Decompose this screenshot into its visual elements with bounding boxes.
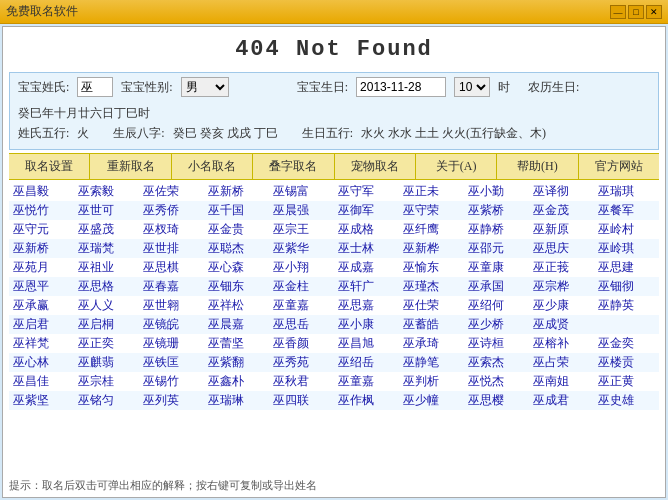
name-cell[interactable]: 巫承赢: [9, 296, 74, 315]
name-cell[interactable]: 巫思棋: [139, 258, 204, 277]
name-cell[interactable]: 巫承琦: [399, 334, 464, 353]
name-cell[interactable]: 巫世排: [139, 239, 204, 258]
name-cell[interactable]: 巫钿彻: [594, 277, 659, 296]
name-cell[interactable]: 巫正奕: [74, 334, 139, 353]
name-cell[interactable]: 巫成嘉: [334, 258, 399, 277]
name-cell[interactable]: 巫新桥: [9, 239, 74, 258]
name-cell[interactable]: 巫千国: [204, 201, 269, 220]
name-cell[interactable]: 巫守军: [334, 182, 399, 201]
name-cell[interactable]: 巫新桦: [399, 239, 464, 258]
name-cell[interactable]: 巫宗桂: [74, 372, 139, 391]
name-cell[interactable]: 巫杈琦: [139, 220, 204, 239]
name-cell[interactable]: 巫少康: [529, 296, 594, 315]
name-cell[interactable]: 巫悦竹: [9, 201, 74, 220]
name-cell[interactable]: 巫思嘉: [334, 296, 399, 315]
name-cell[interactable]: 巫列英: [139, 391, 204, 410]
toolbar-btn-4[interactable]: 宠物取名: [335, 154, 416, 179]
name-cell[interactable]: 巫秋君: [269, 372, 334, 391]
name-cell[interactable]: 巫译彻: [529, 182, 594, 201]
name-cell[interactable]: 巫守荣: [399, 201, 464, 220]
name-cell[interactable]: 巫新原: [529, 220, 594, 239]
name-cell[interactable]: 巫成格: [334, 220, 399, 239]
name-cell[interactable]: 巫占荣: [529, 353, 594, 372]
name-cell[interactable]: 巫承国: [464, 277, 529, 296]
name-cell[interactable]: 巫愉东: [399, 258, 464, 277]
name-cell[interactable]: 巫春嘉: [139, 277, 204, 296]
name-cell[interactable]: 巫宗王: [269, 220, 334, 239]
name-cell[interactable]: 巫轩广: [334, 277, 399, 296]
name-cell[interactable]: 巫锡富: [269, 182, 334, 201]
name-cell[interactable]: 巫静桥: [464, 220, 529, 239]
name-cell[interactable]: 巫童嘉: [269, 296, 334, 315]
name-cell[interactable]: 巫佐荣: [139, 182, 204, 201]
name-cell[interactable]: 巫金贵: [204, 220, 269, 239]
name-cell[interactable]: 巫正黄: [594, 372, 659, 391]
name-cell[interactable]: 巫祥松: [204, 296, 269, 315]
name-cell[interactable]: 巫紫华: [269, 239, 334, 258]
name-cell[interactable]: 巫盛茂: [74, 220, 139, 239]
name-cell[interactable]: 巫思庆: [529, 239, 594, 258]
name-cell[interactable]: 巫思樱: [464, 391, 529, 410]
name-cell[interactable]: 巫少幢: [399, 391, 464, 410]
name-cell[interactable]: 巫瑞琪: [594, 182, 659, 201]
name-cell[interactable]: 巫秀苑: [269, 353, 334, 372]
title-bar-controls[interactable]: — □ ✕: [610, 5, 662, 19]
name-cell[interactable]: 巫正未: [399, 182, 464, 201]
name-cell[interactable]: 巫紫坚: [9, 391, 74, 410]
name-cell[interactable]: 巫金奕: [594, 334, 659, 353]
name-cell[interactable]: 巫祖业: [74, 258, 139, 277]
name-cell[interactable]: 巫金茂: [529, 201, 594, 220]
name-cell[interactable]: 巫麒翡: [74, 353, 139, 372]
name-cell[interactable]: 巫世可: [74, 201, 139, 220]
name-cell[interactable]: 巫昌佳: [9, 372, 74, 391]
name-cell[interactable]: 巫恩平: [9, 277, 74, 296]
name-cell[interactable]: 巫思建: [594, 258, 659, 277]
minimize-button[interactable]: —: [610, 5, 626, 19]
name-cell[interactable]: 巫瑞梵: [74, 239, 139, 258]
toolbar-btn-3[interactable]: 叠字取名: [253, 154, 334, 179]
surname-input[interactable]: [77, 77, 113, 97]
name-cell[interactable]: 巫新桥: [204, 182, 269, 201]
name-cell[interactable]: 巫金柱: [269, 277, 334, 296]
name-cell[interactable]: 巫晨嘉: [204, 315, 269, 334]
name-cell[interactable]: 巫守元: [9, 220, 74, 239]
name-cell[interactable]: 巫御军: [334, 201, 399, 220]
name-cell[interactable]: 巫小勤: [464, 182, 529, 201]
name-cell[interactable]: 巫索杰: [464, 353, 529, 372]
name-cell[interactable]: 巫心森: [204, 258, 269, 277]
name-cell[interactable]: 巫世翱: [139, 296, 204, 315]
name-cell[interactable]: 巫思格: [74, 277, 139, 296]
toolbar-btn-7[interactable]: 官方网站: [579, 154, 659, 179]
name-cell[interactable]: 巫铭匀: [74, 391, 139, 410]
name-cell[interactable]: 巫仕荣: [399, 296, 464, 315]
toolbar-btn-1[interactable]: 重新取名: [90, 154, 171, 179]
name-cell[interactable]: 巫士林: [334, 239, 399, 258]
name-cell[interactable]: 巫岭村: [594, 220, 659, 239]
name-cell[interactable]: 巫聪杰: [204, 239, 269, 258]
name-cell[interactable]: 巫绍岳: [334, 353, 399, 372]
name-cell[interactable]: 巫鑫朴: [204, 372, 269, 391]
name-cell[interactable]: 巫思岳: [269, 315, 334, 334]
name-cell[interactable]: 巫昌旭: [334, 334, 399, 353]
name-cell[interactable]: 巫瑞琳: [204, 391, 269, 410]
name-cell[interactable]: 巫诗桓: [464, 334, 529, 353]
name-cell[interactable]: [594, 315, 659, 334]
name-cell[interactable]: 巫史雄: [594, 391, 659, 410]
name-cell[interactable]: 巫香颜: [269, 334, 334, 353]
name-cell[interactable]: 巫昌毅: [9, 182, 74, 201]
name-cell[interactable]: 巫南姐: [529, 372, 594, 391]
name-cell[interactable]: 巫悦杰: [464, 372, 529, 391]
name-cell[interactable]: 巫正莪: [529, 258, 594, 277]
name-cell[interactable]: 巫小康: [334, 315, 399, 334]
name-cell[interactable]: 巫成君: [529, 391, 594, 410]
name-cell[interactable]: 巫童嘉: [334, 372, 399, 391]
name-cell[interactable]: 巫启桐: [74, 315, 139, 334]
name-cell[interactable]: 巫蓄皓: [399, 315, 464, 334]
toolbar-btn-2[interactable]: 小名取名: [172, 154, 253, 179]
gender-select[interactable]: 男 女: [181, 77, 229, 97]
birthday-input[interactable]: [356, 77, 446, 97]
name-cell[interactable]: 巫餐军: [594, 201, 659, 220]
name-cell[interactable]: 巫四联: [269, 391, 334, 410]
name-cell[interactable]: 巫镜皖: [139, 315, 204, 334]
close-button[interactable]: ✕: [646, 5, 662, 19]
